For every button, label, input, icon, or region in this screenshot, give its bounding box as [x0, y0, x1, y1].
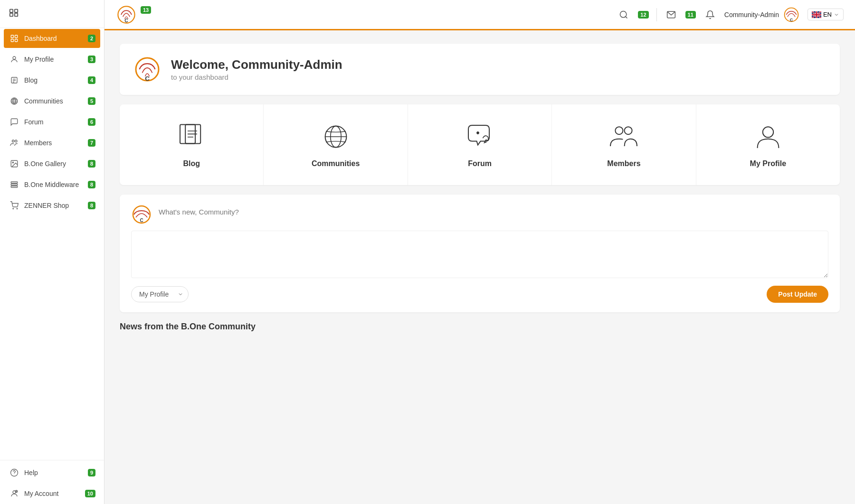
post-avatar-icon: C [131, 204, 152, 225]
svg-point-52 [763, 127, 773, 137]
brand-logo: C [116, 4, 137, 25]
svg-rect-21 [11, 186, 18, 187]
sidebar-badge: 8 [88, 160, 95, 168]
svg-rect-4 [11, 35, 13, 37]
sidebar-item-b-one-gallery[interactable]: B.One Gallery 8 [0, 153, 104, 174]
welcome-subtitle: to your dashboard [171, 73, 342, 81]
svg-point-8 [13, 56, 16, 59]
svg-text:C: C [140, 218, 143, 223]
sidebar-item-label: Help [24, 469, 38, 476]
news-section-title: News from the B.One Community [120, 322, 840, 332]
sidebar-item-label: B.One Middleware [24, 181, 79, 188]
sidebar-item-label: Communities [24, 97, 63, 105]
language-button[interactable]: EN [808, 9, 844, 20]
sidebar-item-label: B.One Gallery [24, 160, 66, 168]
sidebar: Dashboard 2 My Profile 3 Blog 4 Communit… [0, 0, 104, 504]
username-label: Community-Admin [724, 11, 779, 19]
sidebar-item-dashboard[interactable]: Dashboard 2 [4, 29, 100, 48]
sidebar-item-label: Blog [24, 76, 38, 84]
main-area: C 13 12 11 [104, 0, 855, 504]
sidebar-item-b-one-middleware[interactable]: B.One Middleware 8 [0, 174, 104, 195]
quick-link-label: Blog [183, 159, 200, 168]
menu-icon [9, 8, 19, 18]
content-area: C Welcome, Community-Admin to your dashb… [104, 30, 855, 504]
account-icon [10, 489, 19, 498]
svg-point-50 [616, 127, 623, 134]
svg-rect-2 [10, 13, 13, 16]
welcome-heading: Welcome, Community-Admin [171, 57, 342, 72]
welcome-logo-icon: C [133, 55, 162, 84]
sidebar-badge: 5 [88, 97, 95, 105]
sidebar-item-label: Dashboard [24, 35, 57, 42]
sidebar-item-label: My Profile [24, 56, 54, 63]
members-ql-icon [608, 121, 639, 152]
header-badge-13: 13 [141, 6, 151, 14]
svg-text:C: C [145, 75, 150, 82]
header-logo: C 13 [116, 4, 151, 25]
post-update-input[interactable] [159, 204, 828, 220]
sidebar-item-help[interactable]: Help 9 [0, 462, 104, 483]
svg-text:C: C [124, 18, 128, 23]
sidebar-toggle[interactable] [0, 0, 104, 28]
chevron-down-icon [834, 12, 839, 18]
sidebar-item-blog[interactable]: Blog 4 [0, 70, 104, 91]
search-badge: 12 [638, 11, 648, 19]
sidebar-bottom: Help 9 My Account 10 [0, 460, 104, 504]
svg-line-34 [626, 16, 627, 18]
header-actions: 12 11 Community-Admin [617, 6, 844, 23]
svg-rect-6 [11, 39, 13, 42]
svg-rect-3 [15, 13, 18, 16]
members-icon [10, 139, 19, 147]
sidebar-item-my-profile[interactable]: My Profile 3 [0, 49, 104, 70]
svg-point-15 [12, 140, 15, 142]
quick-link-forum[interactable]: Forum [408, 104, 552, 185]
sidebar-badge: 2 [88, 35, 95, 42]
search-icon [619, 10, 628, 19]
notifications-icon [705, 10, 715, 19]
forum-ql-icon [465, 121, 495, 152]
globe-icon [10, 97, 19, 105]
search-button[interactable] [617, 8, 630, 21]
post-update-card: C My Profile Community Post Update [120, 195, 840, 312]
sidebar-badge: 10 [85, 490, 95, 497]
post-update-button[interactable]: Post Update [767, 286, 828, 303]
quick-link-members[interactable]: Members [552, 104, 696, 185]
notifications-button[interactable] [703, 8, 717, 21]
sidebar-item-members[interactable]: Members 7 [0, 132, 104, 153]
quick-link-blog[interactable]: Blog [120, 104, 264, 185]
post-update-select[interactable]: My Profile Community [131, 286, 189, 302]
svg-rect-1 [15, 9, 18, 12]
svg-rect-19 [11, 182, 18, 183]
user-icon [10, 55, 19, 64]
sidebar-item-communities[interactable]: Communities 5 [0, 91, 104, 112]
sidebar-badge: 8 [88, 202, 95, 209]
communities-ql-icon [321, 121, 351, 152]
svg-point-22 [13, 208, 14, 209]
sidebar-item-zenner-shop[interactable]: ZENNER Shop 8 [0, 195, 104, 216]
quick-link-my-profile[interactable]: My Profile [696, 104, 840, 185]
sidebar-badge: 4 [88, 76, 95, 84]
welcome-text: Welcome, Community-Admin to your dashboa… [171, 57, 342, 81]
forum-icon [10, 118, 19, 126]
quick-link-communities[interactable]: Communities [264, 104, 408, 185]
post-update-textarea[interactable] [131, 231, 828, 278]
sidebar-badge: 8 [88, 181, 95, 188]
sidebar-item-forum[interactable]: Forum 6 [0, 112, 104, 132]
quick-link-label: Forum [468, 159, 492, 168]
messages-button[interactable] [665, 8, 678, 21]
svg-text:C: C [790, 18, 793, 22]
sidebar-badge: 6 [88, 118, 95, 126]
svg-rect-5 [15, 35, 18, 37]
middleware-icon [10, 180, 19, 189]
sidebar-badge: 9 [88, 469, 95, 476]
dashboard-icon [10, 34, 19, 43]
user-logo: C [783, 6, 800, 23]
svg-point-16 [15, 140, 18, 142]
sidebar-item-my-account[interactable]: My Account 10 [0, 483, 104, 504]
shop-icon [10, 201, 19, 210]
svg-rect-7 [15, 39, 18, 42]
blog-icon [10, 76, 19, 84]
messages-badge: 11 [685, 11, 696, 19]
welcome-card: C Welcome, Community-Admin to your dashb… [120, 44, 840, 95]
svg-rect-20 [11, 184, 18, 186]
